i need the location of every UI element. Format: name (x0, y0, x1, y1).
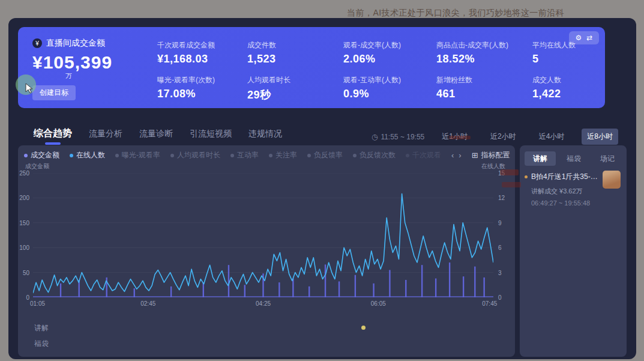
right-axis-tick: 9 (493, 219, 502, 226)
x-axis-tick: 01:05 (30, 300, 45, 307)
left-axis-tick: 250 (19, 170, 33, 177)
legend-dot (353, 154, 357, 157)
legend-pager: ‹ › (451, 151, 462, 160)
config-label: 指标配置 (481, 150, 510, 160)
explain-event-marker[interactable] (361, 326, 366, 330)
side-tab-luckybag[interactable]: 福袋 (558, 151, 589, 166)
legend-follow-rate[interactable]: 关注率 (269, 150, 297, 160)
metric-value: 29秒 (247, 88, 337, 102)
filter-last-4h[interactable]: 近4小时 (534, 129, 570, 145)
tab-overall-trend[interactable]: 综合趋势 (34, 127, 72, 140)
filter-last-8h[interactable]: 近8小时 (582, 129, 618, 145)
legend-label: 负反馈次数 (360, 150, 396, 160)
x-axis-tick: 07:45 (482, 300, 497, 307)
metric-card: 人均观看时长 29秒 (247, 75, 337, 102)
legend-online-users[interactable]: 在线人数 (70, 150, 105, 160)
left-axis-tick: 50 (23, 269, 33, 276)
metric-value: 1,422 (532, 88, 622, 100)
metric-label: 成交件数 (247, 40, 337, 50)
video-artifact (449, 136, 471, 139)
panel-toolbar: ⚙ ⇄ (569, 31, 599, 44)
legend-label: 成交金额 (31, 150, 59, 160)
side-tab-notes[interactable]: 场记 (592, 151, 623, 166)
tab-traffic-diagnosis[interactable]: 流量诊断 (139, 129, 173, 139)
metric-value: 1,523 (247, 53, 337, 65)
create-goal-button[interactable]: 创建目标 (32, 85, 76, 100)
settings-gear-icon[interactable]: ⚙ (576, 34, 582, 42)
product-title: B拍4斤送1斤共35-4… (531, 172, 598, 182)
legend-dot (230, 154, 234, 157)
x-axis-tick: 06:05 (371, 300, 386, 307)
metric-card: 观看-成交率(人数) 2.06% (343, 40, 433, 65)
time-range-text: 11:55 ~ 19:55 (381, 133, 424, 141)
metric-card: 成交件数 1,523 (247, 40, 337, 65)
legend-label: 在线人数 (76, 150, 105, 160)
legend-avg-watch-time[interactable]: 人均观看时长 (170, 150, 220, 160)
metric-label: 千次观看成交金额 (157, 40, 247, 50)
legend-negative-feedback-count[interactable]: 负反馈次数 (353, 150, 396, 160)
legend-dot (406, 154, 409, 157)
x-axis-tick: 04:25 (256, 300, 271, 307)
pager-next-icon[interactable]: › (459, 151, 461, 160)
metric-value: 461 (436, 88, 526, 100)
metric-value: 5 (532, 53, 622, 65)
legend-label: 曝光-观看率 (122, 150, 160, 160)
metric-label: 成交人数 (532, 75, 622, 85)
hero-metric-label: 直播间成交金额 (46, 38, 105, 49)
legend-gmv[interactable]: 成交金额 (24, 150, 59, 160)
side-panel-tabs: 讲解 福袋 场记 (525, 151, 623, 166)
timeline-row-luckybag: 福袋 (34, 339, 49, 349)
metric-label: 商品点击-成交率(人数) (436, 40, 526, 50)
metric-label: 观看-成交率(人数) (343, 40, 433, 50)
metric-value: 18.52% (436, 53, 526, 65)
pager-prev-icon[interactable]: ‹ (451, 151, 454, 160)
mouse-cursor-icon (25, 83, 34, 94)
legend-negative-feedback-rate[interactable]: 负反馈率 (307, 150, 343, 160)
legend-dot (269, 154, 272, 157)
filter-last-2h[interactable]: 近2小时 (485, 129, 522, 145)
trend-plot-area[interactable]: 0501001502002500369121501:0502:4504:2506… (33, 173, 493, 297)
swap-metrics-icon[interactable]: ⇄ (586, 34, 592, 42)
tab-violations[interactable]: 违规情况 (248, 129, 282, 139)
video-artifact (501, 169, 519, 175)
chart-legend: 成交金额 在线人数 曝光-观看率 人均观看时长 互动率 关注率 (24, 150, 510, 160)
legend-dot (24, 154, 28, 157)
trend-chart-card: 成交金额 在线人数 曝光-观看率 人均观看时长 互动率 关注率 (18, 145, 515, 357)
live-analytics-dashboard: ¥ 直播间成交金额 ¥105,399 万 创建目标 千次观看成交金额 ¥1,16… (8, 18, 636, 359)
hero-metric-title-row: ¥ 直播间成交金额 (32, 38, 112, 49)
gmv-total-value: ¥105,399 (32, 52, 112, 73)
config-grid-icon: ⊞ (472, 151, 478, 160)
right-axis-tick: 3 (493, 269, 502, 276)
metric-card: 新增粉丝数 461 (436, 75, 526, 100)
gmv-unit: 万 (65, 71, 112, 80)
explain-time-range: 06:49:27 ~ 19:55:48 (531, 199, 622, 207)
tab-short-video[interactable]: 引流短视频 (190, 129, 232, 139)
explain-list-item[interactable]: B拍4斤送1斤共35-4… 讲解成交 ¥3.62万 06:49:27 ~ 19:… (525, 172, 622, 207)
right-axis-tick: 6 (493, 244, 502, 251)
session-log-panel: 讲解 福袋 场记 B拍4斤送1斤共35-4… 讲解成交 ¥3.62万 06:49… (520, 145, 627, 357)
metric-card: 曝光-观看率(次数) 17.08% (157, 75, 247, 100)
side-tab-explain[interactable]: 讲解 (525, 151, 556, 166)
tab-traffic-analysis[interactable]: 流量分析 (89, 129, 122, 139)
summary-metrics-panel: ¥ 直播间成交金额 ¥105,399 万 创建目标 千次观看成交金额 ¥1,16… (18, 27, 605, 108)
video-artifact (502, 182, 521, 187)
metric-card: 观看-互动率(人数) 0.9% (343, 75, 433, 100)
legend-per-thousand-views[interactable]: 千次观看 (406, 150, 441, 160)
yuan-badge-icon: ¥ (32, 38, 42, 48)
metric-config-button[interactable]: ⊞ 指标配置 (472, 150, 510, 160)
timeline-row-explain: 讲解 (34, 323, 49, 333)
metric-value: 2.06% (343, 53, 433, 65)
legend-label: 千次观看 (412, 150, 441, 160)
time-filter-bar: ◷ 11:55 ~ 19:55 近1小时 近2小时 近4小时 近8小时 (372, 129, 618, 145)
metric-value: 0.9% (343, 88, 433, 100)
legend-dot (115, 154, 119, 157)
legend-label: 人均观看时长 (177, 150, 220, 160)
legend-label: 关注率 (275, 150, 297, 160)
time-range-display: ◷ 11:55 ~ 19:55 (372, 133, 424, 141)
legend-dot (307, 154, 311, 157)
metric-label: 曝光-观看率(次数) (157, 75, 247, 85)
clock-icon: ◷ (372, 133, 378, 141)
legend-exposure-view-rate[interactable]: 曝光-观看率 (115, 150, 160, 160)
metric-card: 千次观看成交金额 ¥1,168.03 (157, 40, 247, 65)
legend-interaction-rate[interactable]: 互动率 (230, 150, 259, 160)
